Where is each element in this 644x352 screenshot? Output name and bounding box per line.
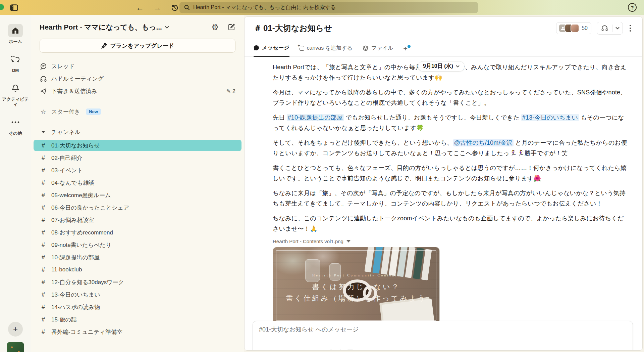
hash-icon: # — [40, 155, 47, 162]
channel-item-13-今日のいちまい[interactable]: #13-今日のいちまい — [34, 289, 241, 300]
message-text: でもお知らせした通り、お題もそうですし、今日新しくできた — [344, 114, 521, 121]
huddle-chevron-icon[interactable] — [612, 27, 623, 30]
collapse-triangle-icon — [40, 131, 47, 133]
shortcuts-icon[interactable]: / — [347, 350, 354, 351]
channel-item-番外編-コミュニティ準備室[interactable]: #番外編-コミュニティ準備室 — [34, 326, 241, 338]
channel-label: 02-自己紹介 — [51, 154, 83, 162]
channel-item-06-今日の良かったことシェア[interactable]: #06-今日の良かったことシェア — [34, 202, 241, 213]
channel-tabs: メッセージ canvas を追加する ファイル + — [245, 39, 642, 57]
huddle-button[interactable] — [597, 22, 623, 35]
history-icon[interactable] — [171, 4, 179, 12]
channel-item-01-大切なお知らせ[interactable]: #01-大切なお知らせ — [34, 140, 241, 151]
send-icon — [40, 88, 47, 95]
channel-item-05-welcome愚痴ルーム[interactable]: #05-welcome愚痴ルーム — [34, 189, 241, 201]
workspace-name[interactable]: Hearth Port - ママになっても、もっ... — [40, 23, 162, 32]
mic-icon[interactable] — [328, 350, 334, 351]
channel-item-12-自分を知る30daysワーク[interactable]: #12-自分を知る30daysワーク — [34, 276, 241, 288]
message-composer[interactable]: + Aa ☺ @ / — [253, 321, 633, 351]
channel-label: 10-課題提出の部屋 — [51, 254, 100, 261]
hash-icon: # — [40, 254, 47, 261]
channel-item-07-お悩み相談室[interactable]: #07-お悩み相談室 — [34, 214, 241, 226]
chevron-down-icon — [165, 26, 169, 29]
channel-label: 08-おすすめrecommend — [51, 229, 113, 236]
hash-icon: # — [40, 142, 47, 149]
channel-item-08-おすすめrecommend[interactable]: #08-おすすめrecommend — [34, 227, 241, 238]
sidebar-item-huddles[interactable]: ハドルミーティング — [31, 73, 244, 85]
channel-item-03-イベント[interactable]: #03-イベント — [34, 165, 241, 176]
tab-files[interactable]: ファイル — [363, 45, 393, 56]
window-control-dot[interactable] — [0, 4, 4, 10]
channel-item-09-note書いたらぺたり[interactable]: #09-note書いたらぺたり — [34, 239, 241, 251]
new-badge: New — [86, 108, 101, 115]
message-paragraph: ちなみに来月は「旅」、その次が「写真」の予定なのですが、もしかしたら来月が写真の… — [273, 188, 628, 209]
page-title[interactable]: ＃ 01-大切なお知らせ — [254, 23, 332, 34]
channel-item-11-bookclub[interactable]: #11-bookclub — [34, 264, 241, 275]
mention-icon[interactable]: @ — [295, 349, 302, 351]
attachment-image[interactable]: Hearrth Port Community Contents 書くは努力じゃな… — [273, 247, 440, 324]
bell-icon — [11, 84, 19, 93]
help-icon[interactable]: ? — [628, 3, 637, 12]
channels-section-header[interactable]: チャンネル — [31, 126, 244, 138]
attach-plus-icon[interactable]: + — [258, 349, 262, 351]
message-paragraph: ちなみに、このコンテンツに連動したトークzoomイベントみたいなものも企画してま… — [273, 213, 628, 234]
hash-icon: # — [40, 179, 47, 186]
rail-item-dm[interactable]: DM — [8, 53, 23, 73]
rail-item-more[interactable]: その他 — [8, 116, 23, 136]
compose-icon[interactable] — [227, 23, 235, 31]
tab-messages[interactable]: メッセージ — [254, 44, 289, 57]
channel-item-10-課題提出の部屋[interactable]: #10-課題提出の部屋 — [34, 252, 241, 263]
send-icon[interactable] — [613, 350, 620, 351]
sidebar-item-starred[interactable]: ☆ スター付き New — [31, 105, 244, 118]
star-icon: ☆ — [40, 108, 47, 116]
tab-add-canvas[interactable]: canvas を追加する — [300, 45, 353, 56]
sidebar-item-drafts[interactable]: 下書き＆送信済み ✎2 — [31, 85, 244, 97]
channel-label: 番外編-コミュニティ準備室 — [51, 328, 122, 336]
collapse-triangle-icon[interactable] — [346, 240, 351, 243]
message-text: 今月は、ママになってから以降の暮らしの中で、多くの方がやってみたいなとおっしゃっ… — [273, 89, 627, 106]
left-rail: ホーム DM アクティビティ その他 + — [0, 15, 31, 352]
channel-link[interactable]: #13-今日のいちまい — [521, 114, 579, 121]
user-mention[interactable]: @古性のち/10m/金沢 — [453, 139, 514, 146]
video-icon[interactable] — [315, 350, 322, 351]
attachment-image-title: 書くは努力じゃない？ — [273, 282, 439, 292]
search-input[interactable]: Hearth Port - ママになっても、もっと自由に 内を検索する — [179, 2, 478, 13]
emoji-icon[interactable]: ☺ — [282, 349, 289, 351]
channel-label: 09-note書いたらぺたり — [51, 241, 111, 249]
hash-icon: # — [40, 204, 47, 211]
channel-label: 11-bookclub — [51, 266, 82, 273]
more-options-icon[interactable] — [628, 24, 632, 33]
channel-item-15-旅の話[interactable]: #15-旅の話 — [34, 314, 241, 325]
hash-icon: # — [40, 266, 47, 273]
sidebar-toggle-icon[interactable] — [10, 4, 18, 11]
back-arrow-icon[interactable]: ← — [136, 4, 144, 12]
rail-item-activity[interactable]: アクティビティ — [0, 82, 31, 107]
message-text: ちなみに来月は「旅」、その次が「写真」の予定なのですが、もしかしたら来月が写真の… — [273, 190, 626, 207]
channel-item-14-ハスポの読み物[interactable]: #14-ハスポの読み物 — [34, 301, 241, 313]
format-icon[interactable]: Aa — [268, 350, 276, 351]
forward-arrow-icon[interactable]: → — [153, 4, 161, 12]
message-input[interactable] — [253, 321, 633, 333]
hash-icon: # — [40, 328, 47, 336]
upgrade-plan-button[interactable]: プランをアップグレード — [40, 39, 235, 53]
hash-icon: # — [40, 304, 47, 311]
channel-link[interactable]: #10-課題提出の部屋 — [287, 114, 344, 121]
message-text: そして、それをちょっとだけ後押しできたら、という想いから、 — [273, 139, 453, 146]
hash-icon: # — [40, 241, 47, 249]
workspace-avatar[interactable] — [7, 342, 24, 352]
channel-item-04-なんでも雑談[interactable]: #04-なんでも雑談 — [34, 177, 241, 188]
tab-add-button[interactable]: + — [403, 44, 408, 56]
add-workspace-button[interactable]: + — [8, 322, 23, 337]
hash-icon: # — [40, 217, 47, 224]
headphones-icon[interactable] — [597, 25, 612, 32]
members-facepile[interactable]: 50 — [556, 22, 591, 34]
gear-icon[interactable]: ⚙ — [211, 23, 219, 31]
message-text: ちなみに、このコンテンツに連動したトークzoomイベントみたいなものも企画してま… — [273, 215, 624, 232]
channel-item-02-自己紹介[interactable]: #02-自己紹介 — [34, 152, 241, 164]
rail-item-home[interactable]: ホーム — [8, 24, 23, 44]
attachment-file-row[interactable]: Hearth Port - Contents vol1.png — [273, 238, 628, 244]
channel-label: 12-自分を知る30daysワーク — [51, 278, 124, 286]
attachment-filename: Hearth Port - Contents vol1.png — [273, 238, 343, 244]
home-icon — [11, 27, 19, 35]
date-pill[interactable]: 9月10日 (水) — [418, 61, 465, 72]
sidebar-item-threads[interactable]: スレッド — [31, 60, 244, 73]
